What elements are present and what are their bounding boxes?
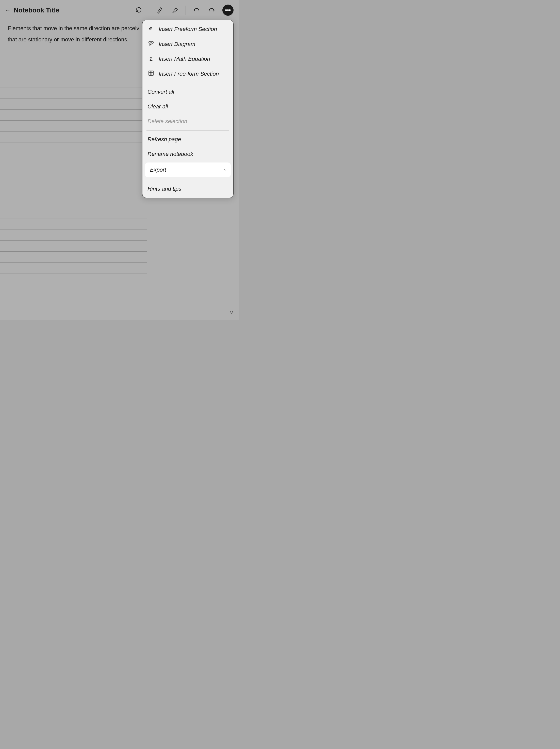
menu-item-insert-diagram[interactable]: Insert Diagram: [143, 37, 233, 51]
export-chevron-icon: ›: [224, 167, 226, 173]
divider-1: [149, 5, 149, 15]
menu-item-insert-math[interactable]: Σ Insert Math Equation: [143, 51, 233, 66]
menu-section-page: Refresh page Rename notebook Export ›: [143, 130, 233, 180]
svg-rect-0: [149, 42, 151, 43]
menu-item-rename-notebook-label: Rename notebook: [148, 151, 193, 157]
scroll-down-arrow: ∨: [230, 309, 234, 316]
menu-item-hints-tips[interactable]: Hints and tips: [143, 181, 233, 196]
more-button[interactable]: •••: [222, 4, 234, 16]
menu-item-delete-selection-label: Delete selection: [148, 118, 187, 125]
menu-item-insert-math-label: Insert Math Equation: [159, 56, 210, 62]
back-button[interactable]: ← Notebook Title: [5, 6, 59, 14]
menu-item-clear-all-label: Clear all: [148, 103, 168, 110]
notebook-content: Elements that move in the same direction…: [7, 23, 139, 45]
freeform-section-icon: [148, 26, 155, 33]
top-bar: ← Notebook Title: [0, 0, 239, 20]
eraser-button[interactable]: [170, 5, 179, 15]
back-arrow-icon: ←: [5, 7, 10, 14]
menu-section-help: Hints and tips: [143, 180, 233, 198]
menu-section-insert: Insert Freeform Section Insert Diagram Σ…: [143, 20, 233, 83]
undo-button[interactable]: [192, 5, 201, 15]
menu-item-insert-freeform-section[interactable]: Insert Free-form Section: [143, 66, 233, 81]
notebook-lines: [0, 33, 147, 320]
lasso-button[interactable]: [133, 5, 143, 15]
dropdown-menu: Insert Freeform Section Insert Diagram Σ…: [142, 20, 234, 198]
more-icon: •••: [225, 7, 231, 14]
redo-button[interactable]: [207, 5, 216, 15]
menu-item-delete-selection: Delete selection: [143, 114, 233, 129]
menu-item-insert-diagram-label: Insert Diagram: [159, 41, 195, 47]
diagram-icon: [148, 41, 155, 47]
menu-section-edit: Convert all Clear all Delete selection: [143, 83, 233, 130]
menu-item-export[interactable]: Export ›: [145, 163, 231, 177]
toolbar-right: •••: [133, 4, 234, 16]
menu-item-clear-all[interactable]: Clear all: [143, 99, 233, 114]
content-text: Elements that move in the same direction…: [7, 23, 139, 45]
divider-2: [186, 5, 186, 15]
menu-item-insert-freeform-label: Insert Freeform Section: [159, 26, 217, 33]
menu-item-convert-all-label: Convert all: [148, 89, 174, 95]
math-equation-icon: Σ: [148, 56, 155, 62]
menu-item-export-label: Export: [150, 167, 166, 173]
menu-item-refresh-page[interactable]: Refresh page: [143, 132, 233, 147]
svg-rect-6: [149, 71, 153, 76]
menu-item-rename-notebook[interactable]: Rename notebook: [143, 147, 233, 162]
menu-item-refresh-page-label: Refresh page: [148, 136, 181, 143]
menu-item-insert-freeform[interactable]: Insert Freeform Section: [143, 22, 233, 37]
freeform-grid-icon: [148, 70, 155, 77]
menu-item-insert-freeform-section-label: Insert Free-form Section: [159, 70, 219, 77]
text-line-1: Elements that move in the same direction…: [7, 23, 139, 34]
text-line-2: that are stationary or move in different…: [7, 34, 139, 45]
svg-rect-1: [151, 42, 153, 43]
pen-button[interactable]: [155, 5, 164, 15]
menu-item-hints-tips-label: Hints and tips: [148, 186, 181, 192]
notebook-title: Notebook Title: [14, 6, 59, 14]
menu-item-convert-all[interactable]: Convert all: [143, 85, 233, 99]
